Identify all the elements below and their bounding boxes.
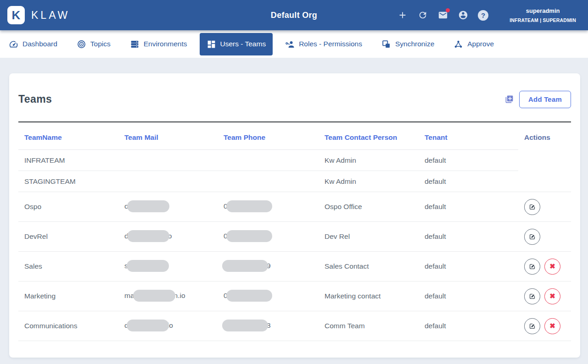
row-actions: ✖ <box>518 311 571 341</box>
teams-table: TeamNameTeam MailTeam PhoneTeam Contact … <box>18 122 571 341</box>
nav-item-users-teams[interactable]: Users - Teams <box>200 33 273 55</box>
edit-team-button[interactable] <box>524 259 540 275</box>
team-row-devrel: DevReldo0Dev Reldefault <box>18 222 571 252</box>
tenant: default <box>419 192 518 222</box>
team-row-stagingteam: STAGINGTEAMKw Admindefault <box>18 171 571 192</box>
nav-item-approve[interactable]: Approve <box>447 33 501 55</box>
tenant: default <box>419 171 518 192</box>
column-header-teamname: TeamName <box>18 122 118 150</box>
team-mail <box>118 171 218 192</box>
library-add-icon[interactable] <box>505 95 514 104</box>
team-contact-person: Kw Admin <box>319 171 419 192</box>
edit-icon <box>528 203 536 211</box>
user-info: superadmin INFRATEAM | SUPERADMIN <box>510 7 576 23</box>
mail-redaction-pill <box>133 290 175 302</box>
column-header-team-mail: Team Mail <box>118 122 218 150</box>
phone-redaction-pill <box>222 320 268 331</box>
content-area: Teams Add Team TeamNameTeam MailTeam Pho… <box>0 58 588 358</box>
team-mail: cio <box>118 311 218 341</box>
user-team-role: INFRATEAM | SUPERADMIN <box>510 17 576 23</box>
delete-team-button[interactable]: ✖ <box>544 288 560 304</box>
team-contact-person: Marketing contact <box>319 281 419 311</box>
dashboard-icon <box>9 39 18 49</box>
user-name: superadmin <box>510 7 576 14</box>
teams-card: Teams Add Team TeamNameTeam MailTeam Pho… <box>9 73 580 358</box>
mail-icon[interactable] <box>437 10 448 21</box>
app-header: K KLAW Default Org ? superadmin INFRATEA… <box>0 0 588 30</box>
row-actions <box>518 222 571 252</box>
roles-permissions-icon <box>285 39 295 49</box>
mail-visible-suffix: n.io <box>174 292 185 299</box>
team-contact-person: Comm Team <box>319 311 419 341</box>
mail-redaction-pill <box>127 260 169 272</box>
nav-item-dashboard[interactable]: Dashboard <box>2 33 64 55</box>
edit-icon <box>528 263 536 270</box>
delete-icon: ✖ <box>549 292 555 300</box>
nav-item-topics[interactable]: Topics <box>70 33 118 55</box>
edit-icon <box>528 292 536 300</box>
edit-team-button[interactable] <box>524 199 540 215</box>
users-teams-icon <box>207 39 216 49</box>
synchronize-icon <box>381 39 391 49</box>
team-mail <box>118 150 218 171</box>
team-phone <box>218 171 319 192</box>
header-icon-group: ? <box>397 10 488 21</box>
tenant: default <box>419 252 518 281</box>
nav-item-environments[interactable]: Environments <box>123 33 194 55</box>
phone-redaction-pill <box>226 230 272 242</box>
phone-redaction-pill <box>222 260 268 272</box>
team-phone: 0 <box>218 281 319 311</box>
team-row-ospo: Ospoo0Ospo Officedefault <box>18 192 571 222</box>
delete-team-button[interactable]: ✖ <box>544 318 560 334</box>
environments-icon <box>130 39 140 49</box>
nav-item-label: Environments <box>144 40 187 48</box>
row-actions: ✖ <box>518 281 571 311</box>
team-name: Communications <box>18 311 118 341</box>
team-row-sales: Saless9Sales Contactdefault✖ <box>18 252 571 281</box>
nav-item-roles-permissions[interactable]: Roles - Permissions <box>278 33 369 55</box>
column-header-actions: Actions <box>518 122 571 150</box>
table-header-row: TeamNameTeam MailTeam PhoneTeam Contact … <box>18 122 571 150</box>
team-name: Marketing <box>18 281 118 311</box>
team-phone <box>218 150 319 171</box>
row-actions <box>518 192 571 222</box>
team-phone: 0 <box>218 192 319 222</box>
row-actions: ✖ <box>518 252 571 281</box>
klaw-logo[interactable]: K KLAW <box>0 6 70 24</box>
nav-item-label: Topics <box>90 40 111 48</box>
team-name: Sales <box>18 252 118 281</box>
help-icon[interactable]: ? <box>478 10 488 21</box>
add-team-button[interactable]: Add Team <box>519 91 571 108</box>
edit-icon <box>528 233 536 241</box>
team-mail: man.io <box>118 281 218 311</box>
notification-dot <box>446 8 450 12</box>
delete-team-button[interactable]: ✖ <box>544 259 560 275</box>
nav-item-label: Dashboard <box>22 40 57 48</box>
klaw-logo-icon: K <box>7 6 25 24</box>
team-contact-person: Ospo Office <box>319 192 419 222</box>
team-phone: 9 <box>218 252 319 281</box>
teams-card-header: Teams Add Team <box>18 73 571 121</box>
refresh-icon[interactable] <box>417 10 428 21</box>
row-actions <box>518 171 571 192</box>
team-row-communications: Communicationscio3Comm Teamdefault✖ <box>18 311 571 341</box>
nav-item-synchronize[interactable]: Synchronize <box>375 33 441 55</box>
edit-team-button[interactable] <box>524 318 540 334</box>
tenant: default <box>419 311 518 341</box>
edit-team-button[interactable] <box>524 229 540 245</box>
approve-icon <box>454 39 463 49</box>
team-mail: do <box>118 222 218 252</box>
mail-redaction-pill <box>127 230 169 242</box>
row-actions <box>518 150 571 171</box>
tenant: default <box>419 222 518 252</box>
team-name: INFRATEAM <box>18 150 118 171</box>
mail-redaction-pill <box>127 200 169 212</box>
mail-redaction-pill <box>127 320 169 331</box>
column-header-team-contact-person: Team Contact Person <box>319 122 419 150</box>
main-nav: DashboardTopicsEnvironmentsUsers - Teams… <box>0 30 588 58</box>
nav-item-label: Synchronize <box>395 40 434 48</box>
edit-team-button[interactable] <box>524 288 540 304</box>
topics-icon <box>77 39 86 49</box>
account-icon[interactable] <box>458 10 469 21</box>
add-icon[interactable] <box>397 10 408 21</box>
